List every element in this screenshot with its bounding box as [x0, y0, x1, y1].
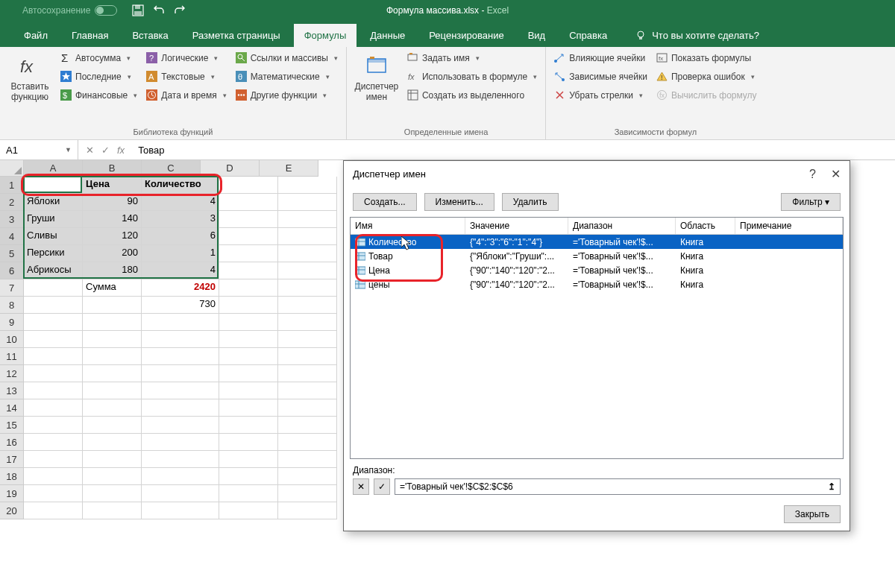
help-icon[interactable]: ?: [809, 168, 816, 181]
cell[interactable]: [142, 451, 219, 468]
row-header[interactable]: 8: [0, 297, 24, 314]
error-checking-button[interactable]: !Проверка ошибок: [654, 70, 759, 83]
cell[interactable]: [219, 382, 278, 399]
cell[interactable]: [219, 348, 278, 365]
cell[interactable]: 200: [83, 245, 142, 262]
cell[interactable]: 4: [142, 262, 219, 279]
cell[interactable]: [219, 485, 278, 502]
cell[interactable]: [24, 279, 83, 297]
cell[interactable]: [219, 331, 278, 348]
row-header[interactable]: 20: [0, 502, 24, 519]
col-header[interactable]: C: [142, 160, 201, 177]
cell[interactable]: [142, 331, 219, 348]
cell[interactable]: [24, 331, 83, 348]
names-list[interactable]: Имя Значение Диапазон Область Примечание…: [350, 217, 844, 459]
row-header[interactable]: 10: [0, 331, 24, 348]
row-header[interactable]: 5: [0, 245, 24, 262]
cell[interactable]: Сливы: [24, 228, 83, 245]
cell[interactable]: [278, 279, 337, 297]
list-item[interactable]: Товар {"Яблоки":"Груши":... ='Товарный ч…: [351, 249, 843, 263]
row-header[interactable]: 19: [0, 485, 24, 502]
row-header[interactable]: 16: [0, 434, 24, 451]
row-header[interactable]: 12: [0, 365, 24, 382]
cell[interactable]: [142, 485, 219, 502]
list-item[interactable]: цены {"90":"140":"120":"2... ='Товарный …: [351, 277, 843, 291]
cells-area[interactable]: ТоварЦенаКоличество Яблоки904 Груши1403 …: [24, 177, 337, 519]
cell[interactable]: [219, 245, 278, 262]
cell[interactable]: [278, 331, 337, 348]
cell[interactable]: [24, 468, 83, 485]
save-icon[interactable]: [132, 4, 144, 16]
cancel-icon[interactable]: ✕: [86, 145, 94, 156]
remove-arrows-button[interactable]: Убрать стрелки: [552, 89, 650, 101]
cell[interactable]: [24, 297, 83, 314]
autosave-toggle[interactable]: Автосохранение: [22, 5, 117, 16]
collapse-dialog-icon[interactable]: ↥: [828, 481, 835, 492]
col-comment[interactable]: Примечание: [735, 218, 843, 234]
cell[interactable]: [24, 365, 83, 382]
cell[interactable]: [83, 365, 142, 382]
cell[interactable]: [24, 485, 83, 502]
col-header[interactable]: B: [83, 160, 142, 177]
cell[interactable]: [83, 348, 142, 365]
row-header[interactable]: 2: [0, 194, 24, 211]
cell[interactable]: 2420: [142, 279, 219, 297]
cell[interactable]: Яблоки: [24, 194, 83, 211]
cell[interactable]: [142, 434, 219, 451]
row-header[interactable]: 3: [0, 211, 24, 228]
cell[interactable]: [83, 314, 142, 331]
lookup-button[interactable]: Ссылки и массивы: [233, 51, 340, 64]
cell[interactable]: [219, 468, 278, 485]
cell[interactable]: [278, 451, 337, 468]
cell[interactable]: [83, 468, 142, 485]
trace-dependents-button[interactable]: Зависимые ячейки: [552, 70, 650, 83]
row-header[interactable]: 1: [0, 177, 24, 194]
cell[interactable]: Абрикосы: [24, 262, 83, 279]
close-icon[interactable]: ✕: [831, 167, 841, 181]
new-button[interactable]: Создать...: [353, 193, 417, 211]
cell[interactable]: Количество: [142, 177, 219, 194]
col-header[interactable]: E: [260, 160, 318, 177]
row-header[interactable]: 4: [0, 228, 24, 245]
cell[interactable]: [278, 399, 337, 417]
select-all-corner[interactable]: [0, 160, 24, 177]
row-header[interactable]: 9: [0, 314, 24, 331]
define-name-button[interactable]: Задать имя: [405, 51, 539, 64]
col-value[interactable]: Значение: [465, 218, 568, 234]
undo-icon[interactable]: [153, 4, 165, 16]
row-header[interactable]: 13: [0, 382, 24, 399]
row-header[interactable]: 15: [0, 417, 24, 434]
cell[interactable]: [219, 314, 278, 331]
row-header[interactable]: 11: [0, 348, 24, 365]
cell[interactable]: [219, 228, 278, 245]
close-button[interactable]: Закрыть: [784, 505, 841, 523]
cell[interactable]: 140: [83, 211, 142, 228]
cell[interactable]: [24, 348, 83, 365]
enter-icon[interactable]: ✓: [101, 145, 110, 156]
tab-help[interactable]: Справка: [559, 24, 618, 47]
cell[interactable]: 730: [142, 297, 219, 314]
cell[interactable]: [83, 502, 142, 519]
cell[interactable]: [278, 314, 337, 331]
autosum-button[interactable]: ΣАвтосумма: [58, 51, 139, 64]
cell[interactable]: Сумма: [83, 279, 142, 297]
cell[interactable]: [142, 502, 219, 519]
delete-button[interactable]: Удалить: [502, 193, 559, 211]
cell[interactable]: [278, 434, 337, 451]
show-formulas-button[interactable]: fxПоказать формулы: [654, 51, 759, 64]
cell[interactable]: [278, 228, 337, 245]
cell[interactable]: [83, 485, 142, 502]
cell[interactable]: [278, 468, 337, 485]
tell-me[interactable]: Что вы хотите сделать?: [635, 24, 759, 47]
cell[interactable]: [142, 314, 219, 331]
name-manager-button[interactable]: Диспетчер имен: [353, 51, 401, 106]
insert-function-button[interactable]: fx Вставить функцию: [6, 51, 54, 106]
formula-input[interactable]: Товар: [132, 142, 895, 159]
math-button[interactable]: θМатематические: [233, 70, 340, 83]
cell[interactable]: [219, 211, 278, 228]
cell[interactable]: [24, 502, 83, 519]
col-range[interactable]: Диапазон: [568, 218, 676, 234]
logical-button[interactable]: ?Логические: [144, 51, 228, 64]
row-header[interactable]: 18: [0, 468, 24, 485]
cell[interactable]: Товар: [24, 177, 83, 194]
